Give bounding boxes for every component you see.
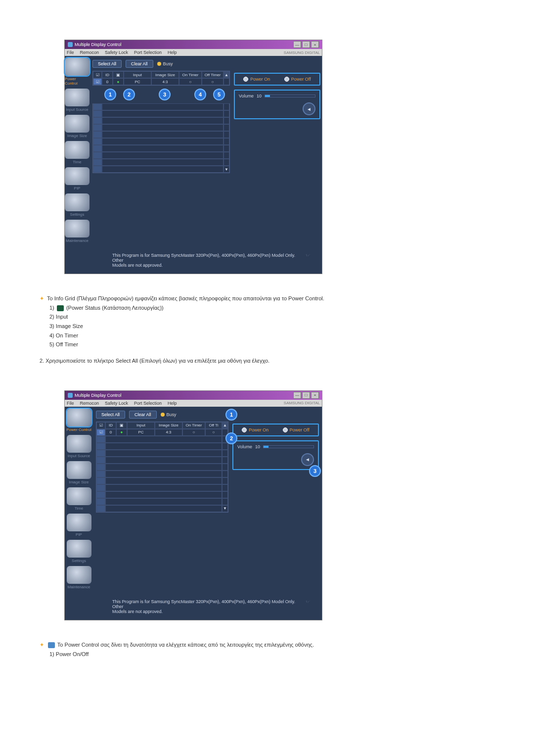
volume-label: Volume: [239, 94, 254, 98]
app-icon: [68, 393, 73, 398]
callout-1: 1: [104, 89, 116, 100]
power-off-radio[interactable]: Power Off: [284, 77, 311, 82]
sidebar-item-input-source[interactable]: Input Source: [65, 89, 89, 112]
callout-1: 1: [225, 409, 237, 421]
volume-slider[interactable]: [265, 94, 315, 97]
sidebar-item-image-size[interactable]: Image Size: [65, 461, 93, 484]
clear-all-button[interactable]: Clear All: [129, 411, 157, 419]
power-off-radio[interactable]: Power Off: [283, 427, 310, 432]
app-title: Multiple Display Control: [75, 42, 122, 47]
hand-icon: ☞: [306, 253, 315, 262]
bullet-star-icon: ✦: [40, 642, 44, 648]
doc-block-2: ✦ Το Power Control σας δίνει τη δυνατότη…: [40, 640, 504, 659]
title-bar: Multiple Display Control — □ ×: [65, 40, 322, 49]
col-id: ID: [102, 71, 113, 78]
brand-label: SAMSUNG DIGITAL: [284, 401, 320, 405]
sidebar-item-settings[interactable]: Settings: [65, 193, 89, 217]
menu-remocon[interactable]: Remocon: [80, 401, 99, 406]
sidebar-item-image-size[interactable]: Image Size: [65, 115, 89, 138]
menu-port-selection[interactable]: Port Selection: [134, 50, 162, 55]
maximize-button[interactable]: □: [302, 41, 310, 48]
hand-icon: ☞: [306, 599, 315, 608]
minimize-button[interactable]: —: [293, 392, 301, 399]
callout-3: 3: [159, 89, 171, 100]
sidebar-item-maintenance[interactable]: Maintenance: [65, 220, 89, 243]
clear-all-button[interactable]: Clear All: [126, 60, 153, 68]
minimize-button[interactable]: —: [293, 41, 301, 48]
power-on-radio[interactable]: Power On: [242, 427, 268, 432]
speaker-icon[interactable]: ◄: [301, 453, 314, 466]
menu-port-selection[interactable]: Port Selection: [134, 401, 162, 406]
menu-bar: File Remocon Safety Lock Port Selection …: [65, 49, 322, 56]
close-button[interactable]: ×: [311, 41, 319, 48]
sidebar: Power Control Input Source Image Size Ti…: [65, 407, 93, 594]
sidebar-item-power-control[interactable]: Power Control: [65, 58, 89, 86]
power-control-icon: [48, 642, 55, 648]
sidebar-item-power-control[interactable]: Power Control: [65, 409, 93, 432]
menu-remocon[interactable]: Remocon: [80, 50, 99, 55]
speaker-icon[interactable]: ◄: [303, 102, 315, 115]
callout-2: 2: [225, 432, 237, 444]
callout-2: 2: [123, 89, 135, 100]
brand-label: SAMSUNG DIGITAL: [284, 50, 320, 55]
callout-row: 1 2 3 4 5: [92, 86, 230, 103]
volume-panel: Volume 10 ◄: [232, 440, 319, 470]
footer-msg: This Program is for Samsung SyncMaster 3…: [109, 597, 318, 616]
power-panel: Power On Power Off: [232, 424, 319, 436]
table-row[interactable]: ☑ 0 ● PC 4:3 ○ ○: [93, 78, 229, 85]
menu-file[interactable]: File: [67, 50, 74, 55]
volume-value: 10: [257, 94, 262, 98]
menu-help[interactable]: Help: [168, 401, 177, 406]
screenshot-1: Multiple Display Control — □ × File Remo…: [64, 40, 504, 274]
close-button[interactable]: ×: [311, 392, 319, 399]
maximize-button[interactable]: □: [302, 392, 310, 399]
power-on-radio[interactable]: Power On: [243, 77, 270, 82]
sidebar-item-pip[interactable]: PIP: [65, 514, 93, 537]
doc-block-1: ✦Το Info Grid (Πλέγμα Πληροφοριών) εμφαν…: [40, 294, 504, 366]
volume-slider[interactable]: [263, 445, 314, 448]
menu-file[interactable]: File: [67, 401, 74, 406]
select-all-button[interactable]: Select All: [96, 411, 125, 419]
info-grid: ☑ ID ▣ Input Image Size On Timer Off Tim…: [92, 71, 230, 86]
volume-panel: Volume 10 ◄: [234, 90, 320, 119]
scroll-up[interactable]: ▲: [223, 71, 229, 78]
col-on-timer: On Timer: [179, 71, 202, 78]
footer-msg: This Program is for Samsung SyncMaster 3…: [109, 251, 318, 270]
select-all-button[interactable]: Select All: [92, 60, 122, 68]
app-icon: [68, 42, 73, 47]
col-off-timer: Off Timer: [202, 71, 223, 78]
table-row[interactable]: ☑ 0 ● PC 4:3 ○ ○: [96, 429, 228, 436]
menu-bar: File Remocon Safety Lock Port Selection …: [65, 400, 322, 407]
screenshot-2: Multiple Display Control — □ × File Remo…: [64, 390, 504, 620]
menu-help[interactable]: Help: [168, 50, 177, 55]
callout-3: 3: [309, 465, 321, 477]
col-image-size: Image Size: [151, 71, 179, 78]
sidebar-item-pip[interactable]: PIP: [65, 167, 89, 190]
scroll-down[interactable]: ▼: [223, 166, 229, 173]
info-grid: ☑ ID ▣ Input Image Size On Timer Off Ti …: [96, 422, 228, 513]
callout-5: 5: [213, 89, 225, 100]
busy-indicator: Busy: [157, 61, 173, 66]
col-input: Input: [124, 71, 151, 78]
menu-safety-lock[interactable]: Safety Lock: [105, 50, 128, 55]
sidebar-item-maintenance[interactable]: Maintenance: [65, 566, 93, 589]
col-check: ☑: [93, 71, 102, 78]
busy-indicator: Busy: [161, 412, 177, 417]
power-panel: Power On Power Off: [234, 73, 320, 86]
menu-safety-lock[interactable]: Safety Lock: [105, 401, 128, 406]
col-status: ▣: [113, 71, 124, 78]
sidebar: Power Control Input Source Image Size Ti…: [65, 56, 89, 248]
callout-4: 4: [194, 89, 206, 100]
bullet-star-icon: ✦: [40, 295, 44, 301]
sidebar-item-time[interactable]: Time: [65, 487, 93, 511]
sidebar-item-input-source[interactable]: Input Source: [65, 435, 93, 458]
title-bar: Multiple Display Control — □ ×: [65, 391, 322, 400]
sidebar-item-settings[interactable]: Settings: [65, 540, 93, 563]
app-title: Multiple Display Control: [75, 393, 122, 398]
sidebar-item-time[interactable]: Time: [65, 141, 89, 164]
power-status-icon: [57, 305, 64, 311]
